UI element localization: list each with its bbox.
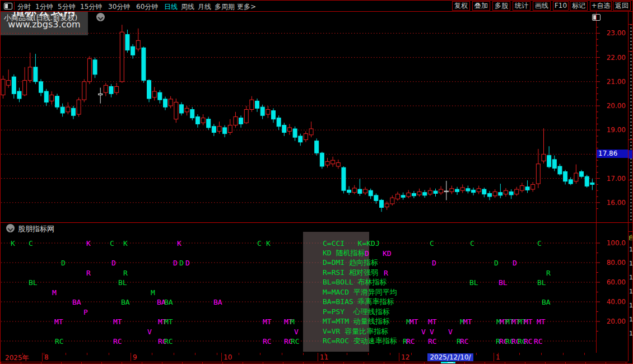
signal-letter: R xyxy=(384,269,388,276)
time-label: 10 xyxy=(224,353,232,361)
chevron-down-icon[interactable] xyxy=(6,224,15,232)
menu-item-5[interactable]: 60分钟 xyxy=(136,2,158,12)
signal-letter: D xyxy=(173,259,178,267)
toolbar-button-3[interactable]: 统计 xyxy=(513,1,530,11)
panel-window-icon[interactable] xyxy=(592,14,601,21)
signal-letter: RC xyxy=(263,338,272,345)
signal-letter: C xyxy=(29,240,33,247)
chart-title: 小商品城(日线.前复权) xyxy=(4,13,77,23)
right-side-strip[interactable]: 自 1111111 xyxy=(629,1,633,364)
signal-letter: C xyxy=(110,240,114,247)
price-label: 16.00 xyxy=(599,199,626,207)
signal-letter: R xyxy=(546,269,551,276)
panel-divider[interactable] xyxy=(1,222,628,223)
legend-line: R=RSI 相对强弱 xyxy=(323,268,378,278)
toolbar-button-5[interactable]: F10 xyxy=(553,1,569,11)
signal-letter: D xyxy=(61,259,66,267)
menu-divider xyxy=(14,2,15,10)
legend-line: MT=MTM 动量线指标 xyxy=(323,316,390,326)
signal-letter: K xyxy=(11,240,15,247)
menu-item-1[interactable]: 1分钟 xyxy=(35,2,53,12)
price-label: 23.00 xyxy=(599,29,626,37)
signal-letter: BL xyxy=(499,279,508,286)
signal-letter: MT xyxy=(524,318,533,325)
legend-line: RC=ROC 变动速率指标 xyxy=(323,336,397,346)
signal-letter: V xyxy=(147,328,152,335)
signal-letter: BL xyxy=(469,279,478,286)
toolbar-button-2[interactable]: 多股 xyxy=(492,1,510,11)
signal-letter: D xyxy=(179,259,184,267)
legend-line: D=DMI 趋向指标 xyxy=(323,258,378,268)
signal-letter: BL xyxy=(537,279,546,286)
time-axis[interactable]: 2025年891011121 xyxy=(1,353,628,361)
strip-texture xyxy=(630,24,632,220)
signal-letter: RC xyxy=(428,338,437,345)
signal-letter: M xyxy=(290,318,295,325)
menu-item-4[interactable]: 30分钟 xyxy=(108,2,130,12)
signal-letter: RC xyxy=(524,338,533,345)
sub-panel-title[interactable]: 股朋指标网 xyxy=(18,224,54,234)
price-label: 21.00 xyxy=(599,78,626,86)
menu-item-9[interactable]: 多周期 xyxy=(215,2,235,12)
signal-letter: MT xyxy=(164,318,173,325)
legend-line: BL=BOLL 布林指标 xyxy=(323,277,387,287)
signal-letter: RC xyxy=(164,338,173,345)
menu-item-10[interactable]: 更多> xyxy=(237,2,256,12)
toolbar-button-0[interactable]: 复权 xyxy=(452,1,470,11)
signal-letter: D xyxy=(111,259,116,267)
signal-letter: MT xyxy=(537,318,546,325)
signal-letter: RC xyxy=(55,338,64,345)
signal-letter: MT xyxy=(263,318,272,325)
signal-letter: K xyxy=(123,240,128,247)
signal-letter: K xyxy=(266,240,271,247)
sub-axis-label: 40.00 xyxy=(599,298,626,306)
current-price-tag: 17.86 xyxy=(597,150,628,158)
signal-letter: D xyxy=(494,259,499,267)
status-cells-row xyxy=(1,362,628,364)
menu-item-8[interactable]: 月线 xyxy=(198,2,211,12)
signal-letter: R xyxy=(123,269,128,276)
time-label: 8 xyxy=(44,353,49,361)
menu-item-7[interactable]: 周线 xyxy=(181,2,194,12)
legend-line: V=VR 容量比率指标 xyxy=(323,326,388,337)
signal-letter: R xyxy=(86,269,91,276)
signal-letter: C xyxy=(430,240,434,247)
toolbar-button-1[interactable]: 叠加 xyxy=(472,1,490,11)
toolbar-button-8[interactable]: 返回 xyxy=(613,1,631,11)
strip-blue-marker xyxy=(629,150,633,158)
window-icon[interactable] xyxy=(4,3,12,10)
toolbar-button-7[interactable]: +自选 xyxy=(590,1,612,11)
signal-letter: K xyxy=(177,240,181,247)
sub-axis-label: 60.00 xyxy=(599,278,626,286)
signal-letter: BA xyxy=(121,298,130,306)
signal-letter: D xyxy=(513,259,517,267)
top-menu-bar: 分时1分钟5分钟15分钟30分钟60分钟日线周线月线多周期更多> 复权叠加多股统… xyxy=(1,1,632,12)
legend-line: KD 随机指标 xyxy=(323,248,365,258)
signal-letter: C xyxy=(537,240,542,247)
signal-letter: KD xyxy=(383,249,392,256)
toolbar-button-6[interactable]: 标记 xyxy=(570,1,588,11)
signal-letter: C xyxy=(257,240,262,247)
selected-date-tag: 2025/12/10/三 xyxy=(427,353,473,361)
legend-line: M=MACD 平滑异同平均 xyxy=(323,287,397,297)
menu-item-6[interactable]: 日线 xyxy=(164,2,178,12)
signal-letter: MT xyxy=(409,318,418,325)
chevron-down-icon[interactable] xyxy=(96,13,105,21)
signal-letter: MT xyxy=(428,318,437,325)
month-separator xyxy=(318,353,318,361)
signal-letter: MT xyxy=(54,318,63,325)
sub-axis-label: 80.00 xyxy=(599,259,626,267)
price-label: 20.00 xyxy=(599,102,626,110)
toolbar-button-4[interactable]: 画线 xyxy=(533,1,551,11)
menu-item-0[interactable]: 分时 xyxy=(17,2,31,12)
signal-letter: RC xyxy=(534,338,543,345)
menu-item-3[interactable]: 15分钟 xyxy=(80,2,102,12)
sub-axis-label: 100.0 xyxy=(599,239,626,247)
signal-letter: BL xyxy=(29,279,38,286)
menu-item-2[interactable]: 5分钟 xyxy=(58,2,76,12)
signal-letter: BA xyxy=(542,298,551,306)
signal-letter: RC xyxy=(406,338,415,345)
signal-letter: V xyxy=(294,328,299,335)
month-separator xyxy=(494,353,494,361)
time-label: 9 xyxy=(133,353,137,361)
